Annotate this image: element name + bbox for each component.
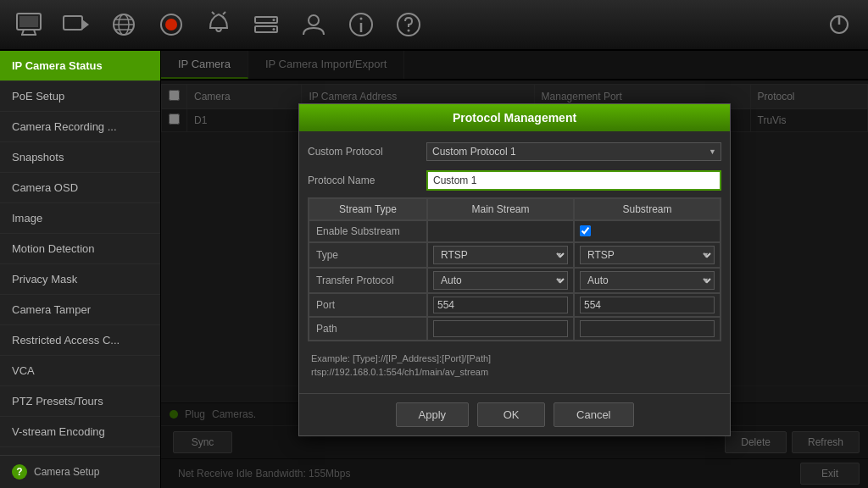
svg-point-23 bbox=[360, 18, 363, 20]
sidebar-bottom: ? Camera Setup bbox=[0, 455, 160, 488]
transfer-main-cell: Auto TCP UDP bbox=[427, 268, 574, 293]
svg-point-18 bbox=[273, 19, 275, 21]
path-main-input[interactable] bbox=[433, 320, 568, 337]
protocol-name-label: Protocol Name bbox=[308, 175, 426, 186]
type-sub-select[interactable]: RTSP HTTP bbox=[580, 246, 715, 264]
sidebar-item-vca[interactable]: VCA bbox=[0, 356, 160, 386]
custom-protocol-select-wrapper: Custom Protocol 1 Custom Protocol 2 Cust… bbox=[426, 142, 721, 161]
power-icon[interactable] bbox=[819, 4, 860, 45]
enable-substream-label: Enable Substream bbox=[309, 220, 427, 242]
modal-body: Custom Protocol Custom Protocol 1 Custom… bbox=[299, 131, 730, 393]
enable-substream-main-cell bbox=[427, 220, 574, 242]
port-main-cell bbox=[427, 293, 574, 317]
custom-protocol-control: Custom Protocol 1 Custom Protocol 2 Cust… bbox=[426, 142, 721, 161]
svg-point-25 bbox=[408, 30, 410, 32]
type-label: Type bbox=[309, 242, 427, 268]
example-line1: Example: [Type]://[IP_Address]:[Port]/[P… bbox=[311, 352, 718, 366]
sidebar-item-camera-osd[interactable]: Camera OSD bbox=[0, 173, 160, 203]
stream-grid: Stream Type Main Stream Substream Enable… bbox=[308, 197, 721, 341]
type-main-cell: RTSP HTTP bbox=[427, 242, 574, 268]
path-label: Path bbox=[309, 317, 427, 341]
alarm-icon[interactable] bbox=[198, 4, 239, 45]
svg-rect-4 bbox=[19, 16, 38, 27]
sidebar-item-snapshots[interactable]: Snapshots bbox=[0, 142, 160, 173]
sidebar-item-poe-setup[interactable]: PoE Setup bbox=[0, 81, 160, 112]
info-icon[interactable] bbox=[341, 4, 381, 45]
sidebar-item-ip-camera-status[interactable]: IP Camera Status bbox=[0, 51, 160, 81]
camera-playback-icon[interactable] bbox=[56, 4, 97, 45]
svg-point-19 bbox=[273, 28, 275, 30]
sidebar-item-motion-detection[interactable]: Motion Detection bbox=[0, 234, 160, 264]
example-text: Example: [Type]://[IP_Address]:[Port]/[P… bbox=[308, 347, 721, 385]
network-icon[interactable] bbox=[103, 4, 144, 45]
main-stream-header: Main Stream bbox=[427, 198, 574, 220]
protocol-name-control bbox=[426, 170, 721, 191]
port-main-input[interactable] bbox=[433, 297, 568, 313]
sidebar-item-restricted-access[interactable]: Restricted Access C... bbox=[0, 325, 160, 356]
transfer-sub-cell: Auto TCP UDP bbox=[574, 268, 721, 293]
sidebar-item-image[interactable]: Image bbox=[0, 203, 160, 234]
sidebar-item-camera-tamper[interactable]: Camera Tamper bbox=[0, 295, 160, 325]
protocol-name-row: Protocol Name bbox=[308, 169, 721, 192]
sidebar-item-vstream-encoding[interactable]: V-stream Encoding bbox=[0, 417, 160, 447]
transfer-sub-select[interactable]: Auto TCP UDP bbox=[580, 271, 715, 290]
modal-overlay: Protocol Management Custom Protocol Cust… bbox=[161, 51, 868, 488]
custom-protocol-row: Custom Protocol Custom Protocol 1 Custom… bbox=[308, 140, 721, 164]
path-main-cell bbox=[427, 317, 574, 341]
svg-marker-6 bbox=[82, 19, 89, 30]
modal-cancel-button[interactable]: Cancel bbox=[554, 402, 633, 427]
transfer-main-select[interactable]: Auto TCP UDP bbox=[433, 271, 568, 290]
content-area: IP Camera IP Camera Import/Export Camera… bbox=[161, 51, 868, 488]
transfer-protocol-label: Transfer Protocol bbox=[309, 268, 427, 293]
sidebar-item-ptz-presets[interactable]: PTZ Presets/Tours bbox=[0, 386, 160, 417]
example-line2: rtsp://192.168.0.1:554/ch1/main/av_strea… bbox=[311, 365, 718, 380]
port-sub-input[interactable] bbox=[580, 297, 715, 313]
path-sub-cell bbox=[574, 317, 721, 341]
enable-substream-checkbox[interactable] bbox=[580, 225, 591, 236]
storage-icon[interactable] bbox=[246, 4, 287, 45]
svg-rect-5 bbox=[64, 16, 82, 30]
modal-footer: Apply OK Cancel bbox=[299, 393, 730, 435]
stream-type-header: Stream Type bbox=[309, 198, 427, 220]
main-layout: IP Camera Status PoE Setup Camera Record… bbox=[0, 51, 868, 488]
type-main-select[interactable]: RTSP HTTP bbox=[433, 246, 568, 264]
help-circle-icon: ? bbox=[12, 464, 27, 480]
protocol-management-modal: Protocol Management Custom Protocol Cust… bbox=[298, 103, 731, 436]
help-icon[interactable] bbox=[388, 4, 429, 45]
svg-point-13 bbox=[165, 19, 177, 30]
modal-apply-button[interactable]: Apply bbox=[396, 402, 470, 427]
sidebar-item-privacy-mask[interactable]: Privacy Mask bbox=[0, 264, 160, 295]
modal-title: Protocol Management bbox=[299, 104, 730, 131]
sidebar-item-camera-recording[interactable]: Camera Recording ... bbox=[0, 112, 160, 142]
sidebar-bottom-label: Camera Setup bbox=[34, 466, 99, 478]
path-sub-input[interactable] bbox=[580, 320, 715, 337]
substream-header: Substream bbox=[574, 198, 721, 220]
custom-protocol-select[interactable]: Custom Protocol 1 Custom Protocol 2 Cust… bbox=[426, 142, 721, 161]
modal-ok-button[interactable]: OK bbox=[477, 402, 545, 427]
protocol-name-input[interactable] bbox=[426, 170, 721, 191]
svg-point-20 bbox=[309, 15, 319, 25]
enable-substream-check-cell bbox=[574, 220, 721, 242]
record-icon[interactable] bbox=[151, 4, 192, 45]
svg-line-15 bbox=[223, 12, 225, 14]
type-sub-cell: RTSP HTTP bbox=[574, 242, 721, 268]
user-icon[interactable] bbox=[293, 4, 334, 45]
svg-line-14 bbox=[212, 12, 214, 14]
toolbar bbox=[0, 0, 868, 51]
port-sub-cell bbox=[574, 293, 721, 317]
monitor-icon[interactable] bbox=[8, 4, 49, 45]
custom-protocol-label: Custom Protocol bbox=[308, 146, 426, 158]
port-label: Port bbox=[309, 293, 427, 317]
sidebar: IP Camera Status PoE Setup Camera Record… bbox=[0, 51, 161, 488]
